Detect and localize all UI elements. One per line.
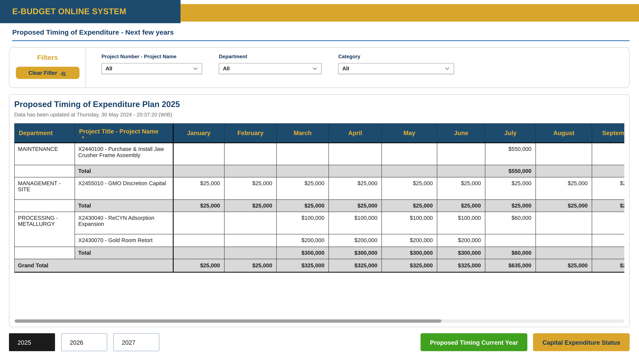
col-header-project[interactable]: Project Title - Project Name ▲ bbox=[75, 124, 173, 142]
value-cell: $550,000 bbox=[485, 142, 536, 165]
expenditure-table-container: Department Project Title - Project Name … bbox=[14, 123, 624, 272]
footer-actions: Proposed Timing Current Year Capital Exp… bbox=[421, 333, 630, 351]
capital-expenditure-status-button[interactable]: Capital Expenditure Status bbox=[533, 333, 629, 351]
value-cell: $25,000 bbox=[382, 200, 437, 212]
value-cell: $25,000 bbox=[437, 200, 485, 212]
total-label-cell: Total bbox=[75, 247, 173, 259]
filter-project-label: Project Number - Project Name bbox=[101, 54, 202, 60]
chevron-down-icon bbox=[312, 66, 317, 71]
value-cell bbox=[173, 212, 224, 234]
value-cell bbox=[224, 234, 277, 247]
col-header-department[interactable]: Department bbox=[15, 124, 75, 142]
value-cell: $25,000 bbox=[277, 200, 329, 212]
proposed-timing-current-year-button[interactable]: Proposed Timing Current Year bbox=[421, 333, 528, 351]
expenditure-table: Department Project Title - Project Name … bbox=[14, 123, 624, 272]
horizontal-scrollbar-track[interactable] bbox=[15, 320, 624, 323]
value-cell: $635,000 bbox=[485, 259, 536, 272]
value-cell: $200,000 bbox=[382, 234, 437, 247]
table-row: MAINTENANCE X2440100 - Purchase & Instal… bbox=[15, 142, 624, 165]
filter-category: Category All bbox=[338, 54, 454, 88]
col-header-march[interactable]: March bbox=[277, 124, 329, 142]
value-cell bbox=[224, 165, 277, 177]
sort-ascending-icon: ▲ bbox=[79, 136, 169, 138]
table-row: MANAGEMENT - SITE X2455010 - GMO Discret… bbox=[15, 177, 624, 200]
year-tab-2025[interactable]: 2025 bbox=[9, 333, 55, 351]
filter-project-dropdown[interactable]: All bbox=[101, 63, 202, 74]
value-cell: $25,000 bbox=[485, 177, 536, 200]
table-row: X2430070 - Gold Room Retort $200,000 $20… bbox=[15, 234, 624, 247]
value-cell: $325,000 bbox=[382, 259, 437, 272]
value-cell: $325,000 bbox=[329, 259, 382, 272]
col-header-september[interactable]: September bbox=[592, 124, 624, 142]
horizontal-scrollbar-thumb[interactable] bbox=[15, 320, 441, 323]
col-header-april[interactable]: April bbox=[329, 124, 382, 142]
col-header-may[interactable]: May bbox=[382, 124, 437, 142]
total-row: Total $300,000 $300,000 $300,000 $300,00… bbox=[15, 247, 624, 259]
value-cell bbox=[592, 234, 624, 247]
project-cell: X2430070 - Gold Room Retort bbox=[75, 234, 173, 247]
value-cell: $550,000 bbox=[485, 165, 536, 177]
value-cell bbox=[224, 212, 277, 234]
value-cell bbox=[592, 212, 624, 234]
value-cell: $25,000 bbox=[173, 259, 224, 272]
value-cell: $200,000 bbox=[277, 234, 329, 247]
chevron-down-icon bbox=[193, 66, 198, 71]
year-tab-2027[interactable]: 2027 bbox=[113, 333, 159, 351]
value-cell: $200,000 bbox=[437, 234, 485, 247]
department-cell bbox=[15, 200, 75, 212]
clear-filter-label: Clear Filter bbox=[29, 70, 57, 76]
value-cell bbox=[536, 142, 592, 165]
col-header-january[interactable]: January bbox=[173, 124, 224, 142]
value-cell: $325,000 bbox=[437, 259, 485, 272]
value-cell bbox=[536, 247, 592, 259]
value-cell bbox=[592, 142, 624, 165]
report-panel: Proposed Timing of Expenditure Plan 2025… bbox=[9, 94, 629, 327]
project-cell: X2430040 - ReCYN Adsorption Expansion bbox=[75, 212, 173, 234]
value-cell bbox=[277, 142, 329, 165]
col-header-july[interactable]: July bbox=[485, 124, 536, 142]
table-row: PROCESSING - METALLURGY X2430040 - ReCYN… bbox=[15, 212, 624, 234]
value-cell: $300,000 bbox=[437, 247, 485, 259]
value-cell: $25,000 bbox=[437, 177, 485, 200]
col-header-february[interactable]: February bbox=[224, 124, 277, 142]
value-cell bbox=[592, 247, 624, 259]
grand-total-row: Grand Total $25,000 $25,000 $325,000 $32… bbox=[15, 259, 624, 272]
total-label-cell: Total bbox=[75, 200, 173, 212]
value-cell: $325,000 bbox=[277, 259, 329, 272]
app-title-bar: E-BUDGET ONLINE SYSTEM bbox=[0, 0, 180, 23]
col-header-august[interactable]: August bbox=[536, 124, 592, 142]
value-cell: $25,000 bbox=[536, 200, 592, 212]
value-cell: $100,000 bbox=[382, 212, 437, 234]
total-row: Total $550,000 bbox=[15, 165, 624, 177]
value-cell bbox=[437, 142, 485, 165]
value-cell: $25,000 bbox=[329, 200, 382, 212]
filter-department-value: All bbox=[223, 66, 230, 72]
chevron-down-icon bbox=[445, 66, 450, 71]
value-cell bbox=[382, 165, 437, 177]
filters-fields: Project Number - Project Name All Depart… bbox=[86, 48, 454, 88]
filter-department-dropdown[interactable]: All bbox=[219, 63, 322, 74]
value-cell: $25,000 bbox=[592, 177, 624, 200]
clear-filter-button[interactable]: Clear Filter bbox=[16, 67, 79, 79]
year-tab-2026[interactable]: 2026 bbox=[61, 333, 107, 351]
value-cell: $100,000 bbox=[329, 212, 382, 234]
filter-category-dropdown[interactable]: All bbox=[338, 63, 454, 74]
title-divider bbox=[12, 40, 630, 41]
report-updated-text: Data has been updated at Thursday, 30 Ma… bbox=[14, 112, 624, 118]
value-cell: $25,000 bbox=[173, 200, 224, 212]
page-title: Proposed Timing of Expenditure - Next fe… bbox=[12, 28, 630, 37]
total-label-cell: Total bbox=[75, 165, 173, 177]
eraser-icon bbox=[60, 70, 67, 76]
value-cell bbox=[592, 165, 624, 177]
filter-category-label: Category bbox=[338, 54, 454, 60]
top-bar: E-BUDGET ONLINE SYSTEM bbox=[0, 0, 639, 23]
value-cell: $25,000 bbox=[224, 177, 277, 200]
grand-total-label: Grand Total bbox=[15, 259, 173, 272]
col-header-june[interactable]: June bbox=[437, 124, 485, 142]
filter-project-value: All bbox=[106, 66, 112, 72]
filters-panel: Filters Clear Filter Project Number - Pr… bbox=[9, 47, 629, 88]
report-title: Proposed Timing of Expenditure Plan 2025 bbox=[14, 100, 624, 109]
footer-bar: 2025 2026 2027 Proposed Timing Current Y… bbox=[9, 333, 629, 351]
total-row: Total $25,000 $25,000 $25,000 $25,000 $2… bbox=[15, 200, 624, 212]
value-cell bbox=[437, 165, 485, 177]
